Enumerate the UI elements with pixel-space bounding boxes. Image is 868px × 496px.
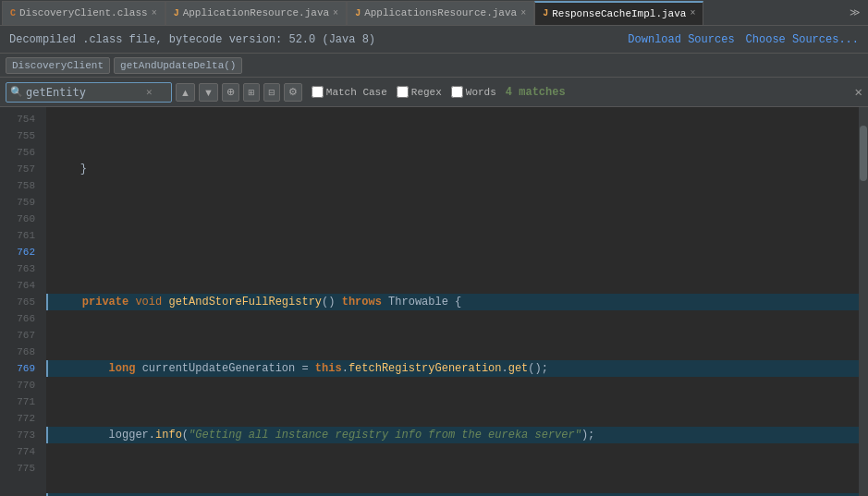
scrollbar-thumb[interactable] <box>860 126 867 181</box>
tab-bar: C DiscoveryClient.class × J ApplicationR… <box>0 0 868 26</box>
line-num-760: 760 <box>0 211 41 227</box>
line-num-775: 775 <box>0 460 41 477</box>
download-sources-link[interactable]: Download Sources <box>628 33 734 46</box>
search-icon: 🔍 <box>10 86 23 98</box>
breadcrumb-class[interactable]: DiscoveryClient <box>6 57 110 74</box>
search-input[interactable] <box>26 86 146 99</box>
tab-discovery-client[interactable]: C DiscoveryClient.class × <box>2 1 165 25</box>
words-checkbox[interactable] <box>451 86 463 98</box>
code-line-758: logger.info("Getting all instance regist… <box>46 427 859 443</box>
line-num-759: 759 <box>0 194 41 211</box>
tab-applications-resource[interactable]: J ApplicationsResource.java × <box>347 1 534 25</box>
tab-icon-2: J <box>174 8 179 18</box>
tab-close-1[interactable]: × <box>152 8 157 18</box>
tab-label-1: DiscoveryClient.class <box>19 7 148 18</box>
line-num-762: 762 <box>0 244 41 260</box>
line-num-766: 766 <box>0 310 41 327</box>
tab-icon-4: J <box>543 8 548 18</box>
search-bar: 🔍 ✕ ▲ ▼ ⊕ ⊞ ⊟ ⚙ Match Case Regex Words 4… <box>0 78 868 107</box>
decompiled-info-text: Decompiled .class file, bytecode version… <box>9 33 375 46</box>
info-links: Download Sources Choose Sources... <box>628 33 859 46</box>
code-line-754: } <box>46 161 859 177</box>
line-num-774: 774 <box>0 443 41 460</box>
search-settings-button[interactable]: ⚙ <box>284 83 302 102</box>
code-line-757: long currentUpdateGeneration = this.fetc… <box>46 360 859 377</box>
vertical-scrollbar[interactable] <box>859 107 868 496</box>
breadcrumb-bar: DiscoveryClient getAndUpdateDelta() <box>0 54 868 78</box>
line-num-773: 773 <box>0 427 41 443</box>
tab-application-resource[interactable]: J ApplicationResource.java × <box>165 1 347 25</box>
match-count: 4 matches <box>506 86 566 99</box>
search-next-button[interactable]: ▼ <box>199 83 218 102</box>
tab-label-4: ResponseCacheImpl.java <box>552 8 686 19</box>
search-input-wrap: 🔍 ✕ <box>6 82 172 103</box>
line-num-754: 754 <box>0 111 41 127</box>
line-num-768: 768 <box>0 344 41 360</box>
breadcrumb-method[interactable]: getAndUpdateDelta() <box>114 57 242 74</box>
code-area: 754 755 756 757 758 759 760 761 762 763 … <box>0 107 868 496</box>
search-find-button[interactable]: ⊕ <box>222 83 239 102</box>
search-filter2-button[interactable]: ⊟ <box>263 83 280 102</box>
line-num-758: 758 <box>0 177 41 194</box>
line-num-769: 769 <box>0 360 41 377</box>
words-label: Words <box>466 87 496 98</box>
line-num-764: 764 <box>0 277 41 294</box>
search-prev-button[interactable]: ▲ <box>176 83 195 102</box>
tab-label-3: ApplicationsResource.java <box>364 7 517 18</box>
code-line-756: private void getAndStoreFullRegistry() t… <box>46 294 859 310</box>
search-filter-button[interactable]: ⊞ <box>243 83 260 102</box>
tab-label-2: ApplicationResource.java <box>183 7 329 18</box>
search-clear-icon[interactable]: ✕ <box>146 86 153 98</box>
line-num-756: 756 <box>0 144 41 161</box>
tab-overflow[interactable]: ≫ <box>844 6 866 18</box>
line-num-757: 757 <box>0 161 41 177</box>
line-num-771: 771 <box>0 393 41 410</box>
line-num-755: 755 <box>0 127 41 144</box>
info-bar: Decompiled .class file, bytecode version… <box>0 26 868 54</box>
regex-option[interactable]: Regex <box>397 86 442 98</box>
line-num-763: 763 <box>0 260 41 277</box>
match-case-label: Match Case <box>326 87 387 98</box>
tab-close-3[interactable]: × <box>520 8 526 18</box>
regex-label: Regex <box>411 87 442 98</box>
search-close-button[interactable]: ✕ <box>855 84 862 100</box>
tab-close-4[interactable]: × <box>690 8 695 18</box>
regex-checkbox[interactable] <box>397 86 409 98</box>
match-case-option[interactable]: Match Case <box>312 86 387 98</box>
line-num-765: 765 <box>0 294 41 310</box>
tab-icon-1: C <box>10 8 16 18</box>
words-option[interactable]: Words <box>451 86 496 98</box>
code-line-755 <box>46 227 859 244</box>
line-num-772: 772 <box>0 410 41 427</box>
tab-response-cache-impl[interactable]: J ResponseCacheImpl.java × <box>534 1 703 25</box>
match-case-checkbox[interactable] <box>312 86 324 98</box>
line-num-767: 767 <box>0 327 41 344</box>
line-numbers: 754 755 756 757 758 759 760 761 762 763 … <box>0 107 46 496</box>
code-content[interactable]: } private void getAndStoreFullRegistry()… <box>46 107 859 496</box>
line-num-761: 761 <box>0 227 41 244</box>
tab-close-2[interactable]: × <box>333 8 338 18</box>
tab-icon-3: J <box>355 8 361 18</box>
line-num-770: 770 <box>0 377 41 393</box>
choose-sources-link[interactable]: Choose Sources... <box>746 33 859 46</box>
